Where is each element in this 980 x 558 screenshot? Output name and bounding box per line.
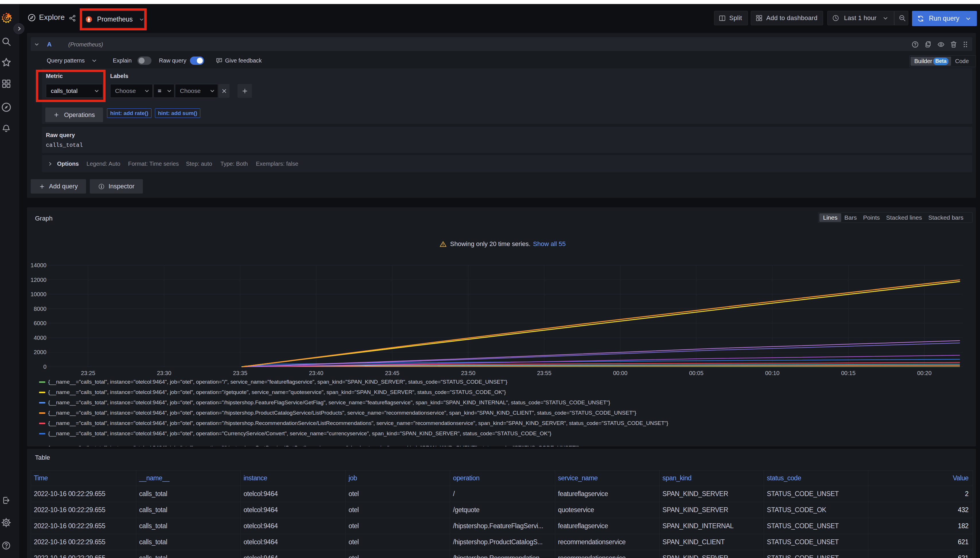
svg-text:8000: 8000	[34, 306, 47, 312]
svg-text:0: 0	[43, 364, 46, 370]
svg-text:23:55: 23:55	[537, 370, 551, 376]
svg-text:23:25: 23:25	[81, 370, 95, 376]
svg-text:23:45: 23:45	[385, 370, 400, 376]
svg-text:23:50: 23:50	[461, 370, 475, 376]
svg-text:23:40: 23:40	[309, 370, 323, 376]
svg-text:6000: 6000	[34, 320, 47, 326]
svg-text:00:20: 00:20	[917, 370, 932, 376]
svg-text:14000: 14000	[30, 262, 46, 268]
svg-text:4000: 4000	[34, 335, 47, 341]
svg-text:00:10: 00:10	[765, 370, 779, 376]
svg-text:12000: 12000	[30, 277, 46, 283]
svg-text:10000: 10000	[30, 291, 46, 297]
svg-text:23:30: 23:30	[157, 370, 171, 376]
svg-text:00:05: 00:05	[689, 370, 704, 376]
svg-text:2000: 2000	[34, 349, 47, 355]
svg-text:00:15: 00:15	[841, 370, 855, 376]
svg-text:00:00: 00:00	[613, 370, 627, 376]
svg-text:23:35: 23:35	[233, 370, 247, 376]
